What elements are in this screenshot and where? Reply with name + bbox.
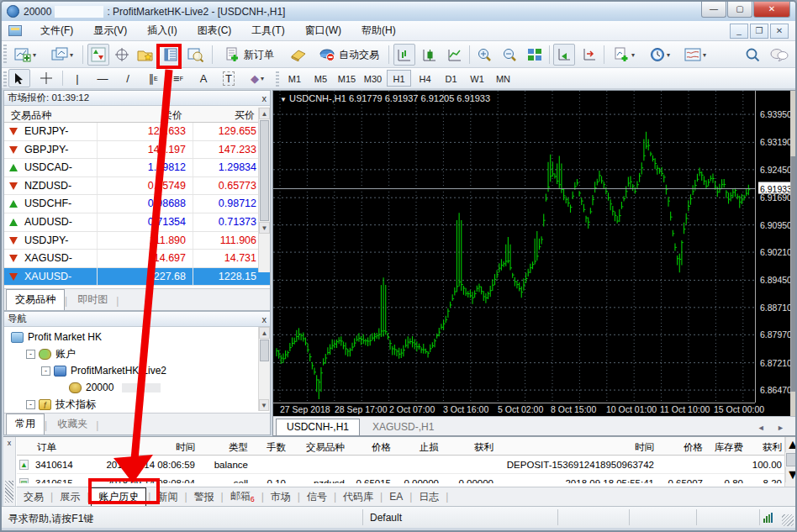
tile-windows-button[interactable] [524, 44, 546, 66]
chart-shift-button[interactable] [578, 44, 600, 66]
terminal-col-7[interactable]: 获利 [442, 438, 497, 454]
templates-button[interactable]: ▾ [679, 44, 711, 66]
timeframe-M15[interactable]: M15 [335, 70, 359, 87]
menu-item-T[interactable]: 工具(T) [241, 22, 294, 39]
fibonacci-tool[interactable]: ≡F [168, 69, 188, 87]
terminal-col-6[interactable]: 止损 [394, 438, 442, 454]
terminal-col-3[interactable]: 手数 [251, 438, 289, 454]
terminal-col-4[interactable]: 交易品种 [289, 438, 348, 454]
market-watch-row[interactable]: USDCHF-0.986880.98712 [4, 195, 270, 213]
market-watch-row[interactable]: NZDUSD-0.657490.65773 [4, 177, 270, 196]
cursor-tool-button[interactable] [8, 69, 30, 87]
profiles-button[interactable]: ▾ [45, 44, 79, 66]
zoom-in-button[interactable] [473, 44, 495, 66]
mdi-minimize-button[interactable]: _ [730, 24, 748, 39]
timeframe-MN[interactable]: MN [491, 70, 515, 87]
terminal-close-icon[interactable]: x [3, 437, 15, 447]
terminal-tab-1[interactable]: 展示 [53, 488, 87, 506]
text-label-tool[interactable]: T [219, 69, 239, 87]
terminal-col-8[interactable]: 时间 [497, 438, 657, 454]
bar-chart-mode-button[interactable] [393, 44, 415, 66]
terminal-col-9[interactable]: 价格 [657, 438, 706, 454]
market-watch-row[interactable]: USDJPY-111.890111.906 [4, 232, 270, 250]
minimize-button[interactable]: — [701, 2, 726, 18]
terminal-tab-10[interactable]: 日志 [412, 488, 446, 506]
timeframe-M30[interactable]: M30 [361, 70, 385, 87]
line-chart-mode-button[interactable] [444, 44, 466, 66]
chat-button[interactable] [767, 44, 792, 66]
maximize-button[interactable]: ▢ [727, 2, 752, 18]
market-watch-row[interactable]: EURJPY-129.633129.655 [4, 123, 270, 141]
market-watch-row[interactable]: USDCAD-1.298121.29834 [4, 159, 270, 177]
candle-chart-mode-button[interactable] [419, 44, 441, 66]
terminal-grip[interactable] [5, 481, 13, 503]
navigator-close-icon[interactable]: x [262, 314, 267, 324]
mdi-restore-button[interactable]: ❐ [750, 24, 768, 39]
terminal-tab-5[interactable]: 邮箱6 [224, 487, 261, 505]
menu-item-W[interactable]: 窗口(W) [295, 22, 351, 39]
terminal-col-5[interactable]: 价格 [348, 438, 394, 454]
menu-item-F[interactable]: 文件(F) [30, 22, 83, 39]
market-watch-row[interactable]: XAUUSD-1227.681228.15 [4, 268, 270, 287]
close-button[interactable]: ✕ [753, 2, 790, 18]
horizontal-line-tool[interactable]: — [92, 69, 113, 87]
chart-tab-scroll-arrows[interactable]: ◄ ► [751, 424, 796, 435]
expander-icon[interactable]: - [26, 350, 35, 359]
auto-scroll-button[interactable] [553, 44, 575, 66]
indicators-button[interactable]: ▾ [609, 44, 641, 66]
metaeditor-button[interactable] [288, 44, 309, 66]
menu-item-I[interactable]: 插入(I) [137, 22, 187, 39]
navigator-item-platform[interactable]: Profit Market HK [4, 329, 270, 345]
terminal-tab-6[interactable]: 市场 [264, 488, 298, 506]
market-watch-tab-1[interactable]: 即时图 [69, 290, 116, 310]
navigator-item-server[interactable]: -ProfitMarketHK-Live2 [4, 362, 270, 379]
terminal-tab-7[interactable]: 信号 [300, 488, 334, 506]
periods-button[interactable]: ▾ [644, 44, 676, 66]
market-watch-row[interactable]: GBPJPY-147.197147.233 [4, 141, 270, 160]
market-watch-row[interactable]: XAGUSD-14.69714.731 [4, 250, 270, 268]
timeframe-W1[interactable]: W1 [465, 70, 489, 87]
menu-item-V[interactable]: 显示(V) [83, 22, 137, 39]
terminal-col-0[interactable]: 订单 [35, 438, 92, 454]
market-watch-tab-0[interactable]: 交易品种 [6, 289, 65, 310]
terminal-col-11[interactable]: 获利 [747, 438, 785, 454]
text-tool[interactable]: A [193, 69, 214, 87]
terminal-col-1[interactable]: 时间 [92, 438, 198, 454]
expander-icon[interactable]: - [41, 366, 50, 376]
data-window-button[interactable] [111, 44, 133, 66]
terminal-tab-8[interactable]: 代码库 [336, 488, 380, 506]
market-watch-scrollbar[interactable]: ▲ ▼ [258, 108, 270, 272]
terminal-col-2[interactable]: 类型 [198, 438, 251, 454]
trendline-tool[interactable]: / [118, 69, 138, 87]
navigator-tab-0[interactable]: 常用 [6, 413, 45, 435]
market-watch-close-icon[interactable]: x [262, 93, 267, 103]
terminal-tab-4[interactable]: 警报 [187, 488, 221, 506]
arrows-tool[interactable]: ◆▾ [244, 69, 271, 87]
navigator-tab-1[interactable]: 收藏夹 [49, 414, 96, 435]
navigator-button[interactable] [135, 44, 156, 66]
resize-grip[interactable] [782, 514, 794, 526]
chart-window-icon[interactable] [8, 25, 22, 36]
market-watch-titlebar[interactable]: 市场报价: 01:39:12 x [4, 91, 270, 106]
timeframe-D1[interactable]: D1 [439, 70, 463, 87]
strategy-tester-button[interactable] [185, 44, 207, 66]
expander-icon[interactable]: - [26, 400, 35, 409]
timeframe-M5[interactable]: M5 [309, 70, 333, 87]
navigator-item-indicators[interactable]: -f技术指标 [4, 396, 270, 413]
timeframe-M1[interactable]: M1 [282, 70, 307, 87]
navigator-item-account[interactable]: 20000 [4, 379, 270, 396]
new-order-button[interactable]: 新订单 [217, 44, 282, 66]
terminal-scrollbar[interactable]: ▲ ▼ [784, 437, 797, 487]
market-watch-toggle-button[interactable] [87, 44, 109, 66]
vertical-line-tool[interactable]: | [67, 69, 87, 87]
crosshair-tool-button[interactable] [35, 69, 57, 87]
channel-tool[interactable]: ∥E [143, 69, 163, 87]
navigator-titlebar[interactable]: 导航 x [4, 312, 270, 327]
new-chart-button[interactable]: ▾ [8, 44, 42, 66]
navigator-item-accounts[interactable]: -账户 [4, 345, 270, 362]
search-button[interactable] [742, 44, 763, 66]
status-profile[interactable]: Default [363, 509, 558, 525]
terminal-row[interactable]: ▲34106142018.09.14 08:06:59balanceDEPOSI… [17, 456, 785, 474]
timeframe-H1[interactable]: H1 [387, 70, 411, 87]
chart-tab-0[interactable]: USDCNH-,H1 [276, 419, 360, 435]
